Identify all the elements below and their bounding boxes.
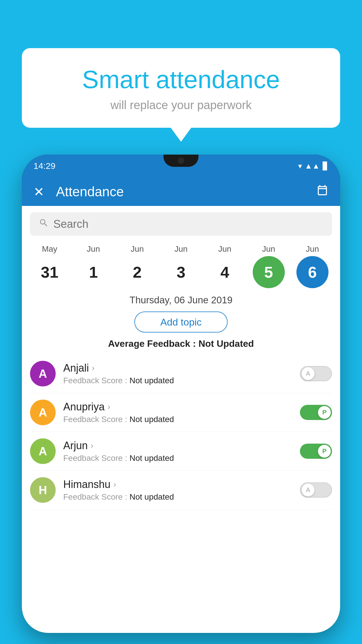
student-avatar: H xyxy=(30,477,56,503)
date-col[interactable]: Jun1 xyxy=(74,244,112,288)
day-number[interactable]: 3 xyxy=(165,256,197,288)
date-col[interactable]: Jun5 xyxy=(250,244,288,288)
avg-feedback-value: Not Updated xyxy=(198,338,254,349)
student-feedback: Feedback Score : Not updated xyxy=(63,492,300,502)
attendance-toggle[interactable]: A xyxy=(300,366,332,381)
day-number[interactable]: 31 xyxy=(34,256,66,288)
month-label: Jun xyxy=(87,244,100,254)
phone-frame: 14:29 ▾ ▲▲ ▊ ✕ Attendance xyxy=(22,155,340,633)
battery-icon: ▊ xyxy=(323,162,328,171)
day-number[interactable]: 6 xyxy=(296,256,328,288)
app-header: ✕ Attendance xyxy=(22,177,340,206)
date-strip: May31Jun1Jun2Jun3Jun4Jun5Jun6 xyxy=(22,242,340,288)
month-label: Jun xyxy=(306,244,319,254)
attendance-toggle[interactable]: A xyxy=(300,482,332,498)
student-avatar: A xyxy=(30,438,56,464)
avg-feedback-label: Average Feedback : xyxy=(108,338,196,349)
toggle-knob: P xyxy=(318,406,331,419)
student-row: AAnupriya ›Feedback Score : Not updatedP xyxy=(30,393,332,432)
month-label: Jun xyxy=(174,244,187,254)
selected-date: Thursday, 06 June 2019 xyxy=(22,295,340,306)
student-info: Arjun ›Feedback Score : Not updated xyxy=(63,440,300,463)
date-col[interactable]: Jun3 xyxy=(162,244,200,288)
day-number[interactable]: 5 xyxy=(253,256,285,288)
attendance-toggle[interactable]: P xyxy=(300,405,332,420)
student-row: AArjun ›Feedback Score : Not updatedP xyxy=(30,432,332,471)
month-label: Jun xyxy=(262,244,275,254)
toggle-knob: A xyxy=(302,484,314,496)
month-label: Jun xyxy=(131,244,144,254)
search-input[interactable] xyxy=(53,218,323,230)
bubble-title: Smart attendance xyxy=(36,66,326,93)
student-info: Himanshu ›Feedback Score : Not updated xyxy=(63,478,300,502)
add-topic-button[interactable]: Add topic xyxy=(134,312,228,332)
student-avatar: A xyxy=(30,361,56,386)
student-name[interactable]: Anjali › xyxy=(63,362,300,374)
attendance-toggle[interactable]: P xyxy=(300,444,332,459)
bubble-subtitle: will replace your paperwork xyxy=(36,99,326,112)
speech-bubble: Smart attendance will replace your paper… xyxy=(22,48,340,128)
signal-icon: ▲▲ xyxy=(305,162,320,171)
close-button[interactable]: ✕ xyxy=(34,184,44,199)
month-label: May xyxy=(42,244,57,254)
header-title: Attendance xyxy=(56,184,316,200)
month-label: Jun xyxy=(218,244,231,254)
calendar-icon[interactable] xyxy=(316,184,328,199)
search-bar[interactable] xyxy=(30,212,332,236)
avg-feedback: Average Feedback : Not Updated xyxy=(22,338,340,349)
day-number[interactable]: 4 xyxy=(209,256,241,288)
date-col[interactable]: Jun2 xyxy=(118,244,156,288)
student-name[interactable]: Arjun › xyxy=(63,440,300,452)
student-info: Anjali ›Feedback Score : Not updated xyxy=(63,362,300,385)
student-row: AAnjali ›Feedback Score : Not updatedA xyxy=(30,354,332,393)
screen-content: May31Jun1Jun2Jun3Jun4Jun5Jun6 Thursday, … xyxy=(22,206,340,633)
day-number[interactable]: 1 xyxy=(77,256,109,288)
status-icons: ▾ ▲▲ ▊ xyxy=(298,162,328,171)
chevron-right-icon: › xyxy=(108,402,110,412)
student-feedback: Feedback Score : Not updated xyxy=(63,415,300,424)
search-icon xyxy=(39,218,49,230)
day-number[interactable]: 2 xyxy=(121,256,153,288)
toggle-knob: P xyxy=(318,445,331,458)
student-info: Anupriya ›Feedback Score : Not updated xyxy=(63,401,300,424)
phone-notch xyxy=(164,155,198,167)
chevron-right-icon: › xyxy=(91,441,93,450)
student-row: HHimanshu ›Feedback Score : Not updatedA xyxy=(30,471,332,510)
chevron-right-icon: › xyxy=(92,363,94,373)
student-name[interactable]: Anupriya › xyxy=(63,401,300,413)
student-avatar: A xyxy=(30,400,56,425)
student-name[interactable]: Himanshu › xyxy=(63,478,300,491)
date-col[interactable]: Jun6 xyxy=(294,244,331,288)
chevron-right-icon: › xyxy=(113,480,116,489)
status-time: 14:29 xyxy=(34,161,55,171)
toggle-knob: A xyxy=(302,367,314,380)
camera xyxy=(178,158,184,164)
wifi-icon: ▾ xyxy=(298,162,302,171)
date-col[interactable]: May31 xyxy=(31,244,68,288)
date-col[interactable]: Jun4 xyxy=(206,244,244,288)
student-feedback: Feedback Score : Not updated xyxy=(63,376,300,385)
student-feedback: Feedback Score : Not updated xyxy=(63,454,300,463)
student-list: AAnjali ›Feedback Score : Not updatedAAA… xyxy=(22,354,340,510)
